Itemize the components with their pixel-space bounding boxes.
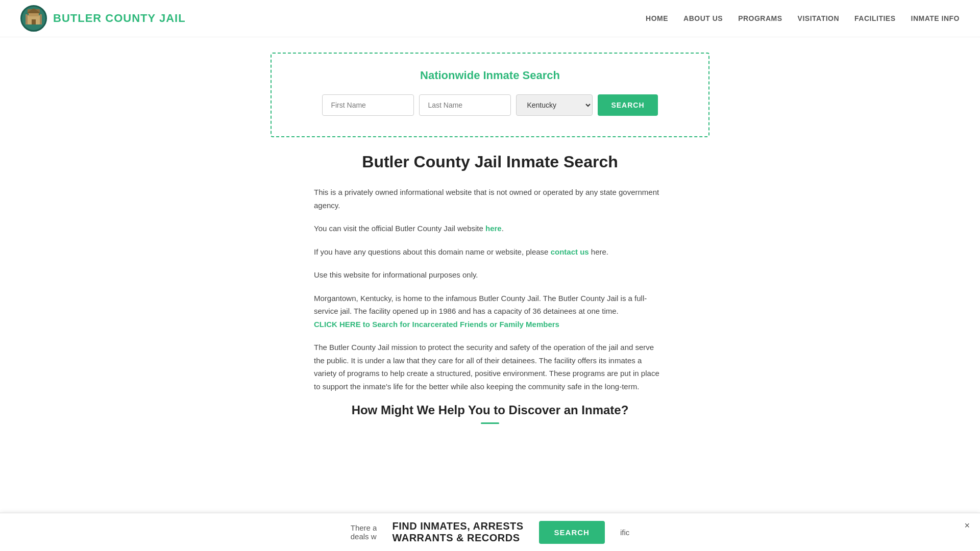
main-content: Butler County Jail Inmate Search This is…: [304, 153, 676, 424]
state-select[interactable]: Kentucky Alabama Alaska Arizona Californ…: [516, 94, 593, 116]
para-6: The Butler County Jail mission to protec…: [314, 341, 666, 393]
main-nav: HOME ABOUT US PROGRAMS VISITATION FACILI…: [646, 14, 960, 22]
para-5: Morgantown, Kentucky, is home to the inf…: [314, 292, 666, 331]
nationwide-search-box: Nationwide Inmate Search Kentucky Alabam…: [271, 53, 709, 137]
logo-image: [20, 5, 47, 32]
official-site-link[interactable]: here: [485, 224, 502, 233]
nav-home[interactable]: HOME: [646, 14, 668, 22]
para-1: This is a privately owned informational …: [314, 186, 666, 212]
svg-rect-2: [32, 19, 36, 24]
contact-us-link[interactable]: contact us: [551, 247, 589, 256]
para-3: If you have any questions about this dom…: [314, 245, 666, 259]
nav-facilities[interactable]: FACILITIES: [854, 14, 895, 22]
nav-about[interactable]: ABOUT US: [683, 14, 723, 22]
nav-inmate-info[interactable]: INMATE INFO: [911, 14, 960, 22]
first-name-input[interactable]: [322, 94, 414, 116]
logo-area[interactable]: BUTLER COUNTY JAIL: [20, 5, 186, 32]
search-form: Kentucky Alabama Alaska Arizona Californ…: [292, 94, 688, 116]
last-name-input[interactable]: [419, 94, 511, 116]
svg-rect-3: [26, 14, 28, 24]
section2-heading: How Might We Help You to Discover an Inm…: [314, 403, 666, 417]
site-title: BUTLER COUNTY JAIL: [53, 12, 186, 25]
nav-visitation[interactable]: VISITATION: [798, 14, 839, 22]
search-button[interactable]: SEARCH: [598, 94, 657, 116]
search-title: Nationwide Inmate Search: [292, 69, 688, 82]
page-heading: Butler County Jail Inmate Search: [314, 153, 666, 171]
para-4: Use this website for informational purpo…: [314, 268, 666, 282]
heading-underline: [481, 422, 499, 424]
search-inmates-link[interactable]: CLICK HERE to Search for Incarcerated Fr…: [314, 320, 559, 329]
nav-programs[interactable]: PROGRAMS: [738, 14, 782, 22]
para-2: You can visit the official Butler County…: [314, 222, 666, 235]
svg-rect-4: [40, 14, 42, 24]
